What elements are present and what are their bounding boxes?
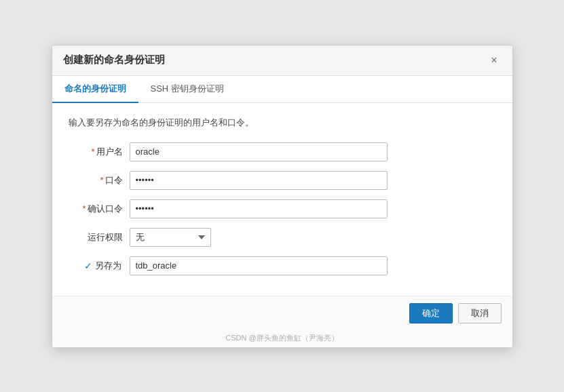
privilege-label: 运行权限 <box>69 231 130 243</box>
dialog-footer: 确定 取消 <box>52 296 512 330</box>
privilege-select[interactable]: 无 SYSDBA SYSOPER <box>130 228 211 247</box>
create-credential-dialog: 创建新的命名身份证明 × 命名的身份证明 SSH 密钥身份证明 输入要另存为命名… <box>52 45 513 348</box>
password-input[interactable] <box>130 171 388 190</box>
required-star-confirm: * <box>82 203 86 214</box>
confirm-password-row: *确认口令 <box>69 199 496 218</box>
saveas-row: ✓ 另存为 <box>69 256 496 275</box>
username-row: *用户名 <box>69 142 496 161</box>
confirm-password-input[interactable] <box>130 199 388 218</box>
privilege-select-wrapper: 无 SYSDBA SYSOPER <box>130 228 211 247</box>
dialog-title: 创建新的命名身份证明 <box>63 54 165 66</box>
dialog-body: 输入要另存为命名的身份证明的用户名和口令。 *用户名 *口令 *确认口令 运行 <box>52 103 512 296</box>
confirm-label: *确认口令 <box>69 203 130 215</box>
watermark: CSDN @胖头鱼的鱼缸（尹海亮） <box>52 330 512 347</box>
saveas-check-icon: ✓ <box>84 260 92 271</box>
saveas-check-area: ✓ 另存为 <box>69 260 130 272</box>
tab-bar: 命名的身份证明 SSH 密钥身份证明 <box>52 76 512 103</box>
username-input[interactable] <box>130 142 388 161</box>
required-star-username: * <box>91 146 94 157</box>
cancel-button[interactable]: 取消 <box>458 303 502 324</box>
saveas-input[interactable] <box>130 256 388 275</box>
privilege-row: 运行权限 无 SYSDBA SYSOPER <box>69 228 496 247</box>
tab-named-credential[interactable]: 命名的身份证明 <box>52 76 138 103</box>
dialog-header: 创建新的命名身份证明 × <box>52 45 512 76</box>
tab-ssh-credential[interactable]: SSH 密钥身份证明 <box>138 76 236 103</box>
required-star-password: * <box>100 175 103 185</box>
saveas-label: 另存为 <box>95 260 121 272</box>
username-label: *用户名 <box>69 146 130 158</box>
close-button[interactable]: × <box>487 54 501 67</box>
password-label: *口令 <box>69 174 130 187</box>
form-description: 输入要另存为命名的身份证明的用户名和口令。 <box>69 117 496 129</box>
password-row: *口令 <box>69 171 496 190</box>
ok-button[interactable]: 确定 <box>409 303 453 324</box>
